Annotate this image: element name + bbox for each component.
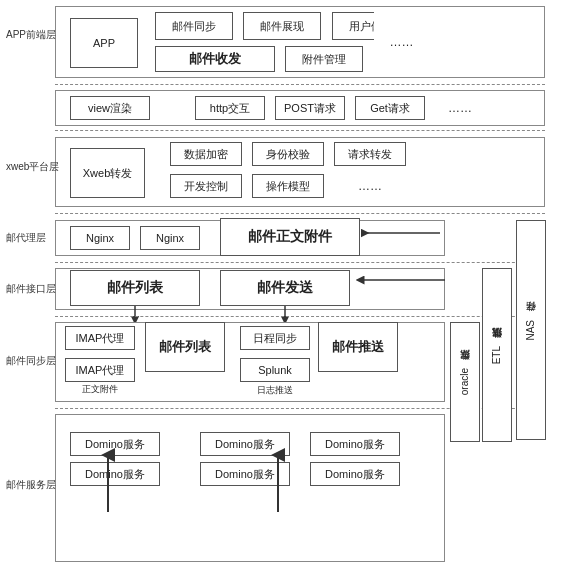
nas-box: NAS存储 [516,220,546,440]
domino6-box: Domino服务 [310,462,400,486]
attachment-sync-box: 正文附件 [65,382,135,396]
imap1-box: IMAP代理 [65,326,135,350]
domino5-box: Domino服务 [310,432,400,456]
oracle-db-box: oracle数据库 [450,322,480,442]
architecture-diagram: APP 邮件同步 邮件展现 用户体验 邮件收发 附件管理 …… APP前端层 v… [0,0,563,571]
domino3-box: Domino服务 [200,432,290,456]
mail-push-box: 邮件推送 [318,322,398,372]
dashed-5 [55,316,545,317]
sync-layer-label: 邮件同步层 [6,354,56,368]
imap2-box: IMAP代理 [65,358,135,382]
log-sync-box: 日程同步 [240,326,310,350]
domino4-box: Domino服务 [200,462,290,486]
domino1-box: Domino服务 [70,432,160,456]
etl-box: ETL数据清洗 [482,268,512,442]
service-layer-label: 邮件服务层 [6,478,56,492]
splunk-box: Splunk [240,358,310,382]
sync-mail-list-box: 邮件列表 [145,322,225,372]
log-forward-box: 日志推送 [240,382,310,398]
domino2-box: Domino服务 [70,462,160,486]
